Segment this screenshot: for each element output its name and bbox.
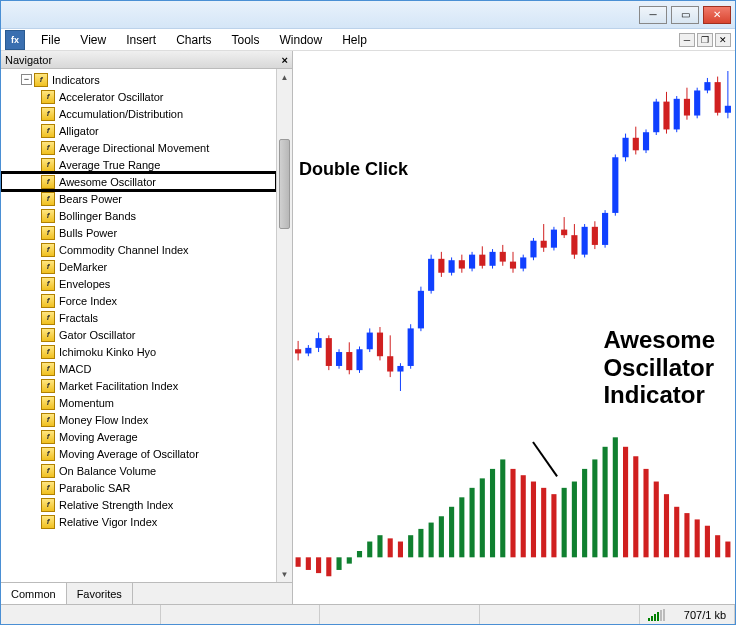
indicator-label: MACD — [59, 363, 91, 375]
svg-rect-33 — [459, 260, 465, 268]
indicator-item[interactable]: fMarket Facilitation Index — [1, 377, 276, 394]
indicator-item[interactable]: fMomentum — [1, 394, 276, 411]
svg-rect-121 — [654, 482, 659, 558]
menu-tools[interactable]: Tools — [222, 31, 270, 49]
indicator-icon: f — [41, 107, 55, 121]
svg-rect-111 — [551, 494, 556, 557]
statusbar: 707/1 kb — [1, 604, 735, 624]
indicator-item[interactable]: fMACD — [1, 360, 276, 377]
indicator-icon: f — [41, 413, 55, 427]
svg-rect-31 — [449, 260, 455, 273]
svg-rect-115 — [592, 459, 597, 557]
mdi-restore-button[interactable]: ❐ — [697, 33, 713, 47]
indicator-icon: f — [41, 124, 55, 138]
status-connection: 707/1 kb — [640, 605, 735, 624]
menu-help[interactable]: Help — [332, 31, 377, 49]
indicator-item[interactable]: fCommodity Channel Index — [1, 241, 276, 258]
expander-icon[interactable]: − — [21, 74, 32, 85]
mdi-minimize-button[interactable]: ─ — [679, 33, 695, 47]
chart-area[interactable]: Double Click Awesome Oscillator Indicato… — [293, 51, 735, 604]
svg-rect-9 — [336, 352, 342, 366]
scrollbar-thumb[interactable] — [279, 139, 290, 229]
indicator-icon: f — [41, 294, 55, 308]
indicator-item[interactable]: fRelative Strength Index — [1, 496, 276, 513]
indicator-item[interactable]: fDeMarker — [1, 258, 276, 275]
indicator-item[interactable]: fRelative Vigor Index — [1, 513, 276, 530]
tab-common[interactable]: Common — [1, 583, 67, 604]
indicator-label: Market Facilitation Index — [59, 380, 178, 392]
window-minimize-button[interactable]: ─ — [639, 6, 667, 24]
navigator-tree-wrap: −fIndicatorsfAccelerator OscillatorfAccu… — [1, 69, 292, 582]
indicator-label: Bulls Power — [59, 227, 117, 239]
svg-rect-53 — [561, 230, 567, 236]
connection-icon — [648, 609, 678, 621]
indicator-icon: f — [41, 430, 55, 444]
indicator-item[interactable]: fGator Oscillator — [1, 326, 276, 343]
indicator-item[interactable]: fBears Power — [1, 190, 276, 207]
navigator-close-button[interactable]: × — [282, 54, 288, 66]
indicator-item[interactable]: fOn Balance Volume — [1, 462, 276, 479]
navigator-tree[interactable]: −fIndicatorsfAccelerator OscillatorfAccu… — [1, 69, 276, 582]
svg-rect-35 — [469, 255, 475, 269]
indicator-item[interactable]: fBulls Power — [1, 224, 276, 241]
scroll-down-icon[interactable]: ▼ — [277, 566, 292, 582]
indicator-icon: f — [41, 311, 55, 325]
svg-rect-81 — [704, 82, 710, 90]
status-transfer-text: 707/1 kb — [684, 609, 726, 621]
indicator-item[interactable]: fMoving Average of Oscillator — [1, 445, 276, 462]
svg-rect-96 — [398, 542, 403, 558]
indicator-label: Parabolic SAR — [59, 482, 131, 494]
svg-rect-118 — [623, 447, 628, 558]
menu-charts[interactable]: Charts — [166, 31, 221, 49]
indicator-item[interactable]: fAverage True Range — [1, 156, 276, 173]
indicator-item[interactable]: fMoney Flow Index — [1, 411, 276, 428]
tree-root-indicators[interactable]: −fIndicators — [1, 71, 276, 88]
indicator-icon: f — [41, 260, 55, 274]
svg-rect-89 — [326, 557, 331, 576]
scroll-up-icon[interactable]: ▲ — [277, 69, 292, 85]
svg-rect-73 — [663, 102, 669, 130]
indicator-item[interactable]: fEnvelopes — [1, 275, 276, 292]
indicator-item[interactable]: fForce Index — [1, 292, 276, 309]
svg-rect-23 — [408, 328, 414, 366]
navigator-scrollbar[interactable]: ▲ ▼ — [276, 69, 292, 582]
svg-rect-120 — [643, 469, 648, 557]
indicator-icon: f — [41, 515, 55, 529]
annotation-line-3: Indicator — [603, 381, 715, 409]
indicator-icon: f — [41, 328, 55, 342]
indicator-item[interactable]: fBollinger Bands — [1, 207, 276, 224]
svg-rect-112 — [562, 488, 567, 557]
svg-rect-49 — [541, 241, 547, 248]
indicator-item[interactable]: fIchimoku Kinko Hyo — [1, 343, 276, 360]
indicator-item[interactable]: fAccelerator Oscillator — [1, 88, 276, 105]
svg-rect-79 — [694, 90, 700, 115]
window-maximize-button[interactable]: ▭ — [671, 6, 699, 24]
mdi-close-button[interactable]: ✕ — [715, 33, 731, 47]
window-close-button[interactable]: ✕ — [703, 6, 731, 24]
indicator-icon: f — [41, 379, 55, 393]
svg-rect-99 — [429, 523, 434, 558]
indicator-item[interactable]: fParabolic SAR — [1, 479, 276, 496]
svg-rect-61 — [602, 213, 608, 245]
app-window: ─ ▭ ✕ fx File View Insert Charts Tools W… — [0, 0, 736, 625]
indicator-icon: f — [41, 192, 55, 206]
svg-rect-126 — [705, 526, 710, 558]
indicator-label: Momentum — [59, 397, 114, 409]
indicator-item[interactable]: fMoving Average — [1, 428, 276, 445]
indicator-label: Force Index — [59, 295, 117, 307]
menu-view[interactable]: View — [70, 31, 116, 49]
indicator-label: Bollinger Bands — [59, 210, 136, 222]
indicator-item[interactable]: fAlligator — [1, 122, 276, 139]
tab-favorites[interactable]: Favorites — [67, 583, 133, 604]
svg-rect-101 — [449, 507, 454, 558]
menu-file[interactable]: File — [31, 31, 70, 49]
indicator-item[interactable]: fAwesome Oscillator — [1, 173, 276, 190]
menu-window[interactable]: Window — [270, 31, 333, 49]
indicator-item[interactable]: fAccumulation/Distribution — [1, 105, 276, 122]
svg-rect-95 — [388, 538, 393, 557]
menu-insert[interactable]: Insert — [116, 31, 166, 49]
indicator-item[interactable]: fFractals — [1, 309, 276, 326]
indicator-icon: f — [41, 277, 55, 291]
indicator-item[interactable]: fAverage Directional Movement — [1, 139, 276, 156]
svg-rect-51 — [551, 230, 557, 248]
